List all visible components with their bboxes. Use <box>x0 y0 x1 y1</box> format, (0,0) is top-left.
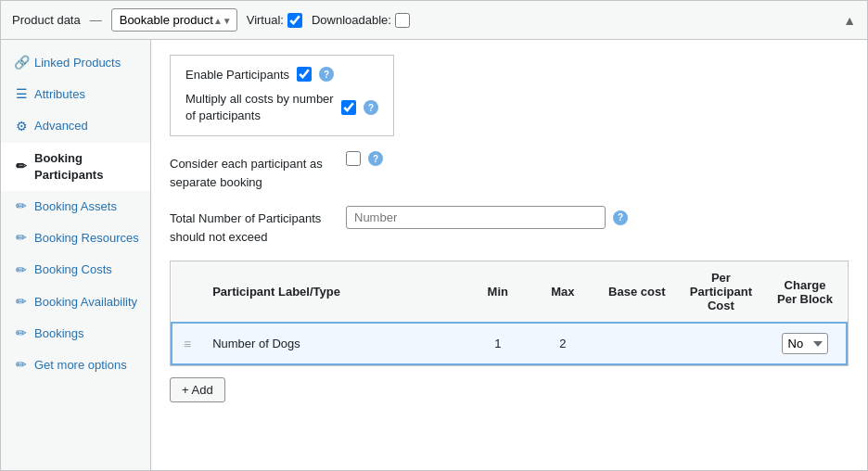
booking-resources-icon: ✏ <box>14 231 29 246</box>
main-content: Enable Participants ? Multiply all costs… <box>151 40 867 470</box>
row-min-cell: 1 <box>466 323 530 364</box>
booking-assets-icon: ✏ <box>14 199 29 214</box>
participants-options-box: Enable Participants ? Multiply all costs… <box>170 55 394 136</box>
table-row: ≡ Number of Dogs 1 2 <box>172 323 847 364</box>
col-base-cost: Base cost <box>595 261 679 323</box>
col-min: Min <box>466 261 530 323</box>
total-participants-input[interactable] <box>346 206 606 229</box>
col-per-participant-cost: Per Participant Cost <box>679 261 763 323</box>
enable-participants-help-icon[interactable]: ? <box>319 67 334 82</box>
consider-participant-control: ? <box>346 151 849 166</box>
attributes-icon: ☰ <box>14 87 29 102</box>
consider-participant-label: Consider each participant as separate bo… <box>170 151 337 191</box>
header-dash: — <box>90 13 102 27</box>
enable-participants-checkbox[interactable] <box>297 67 312 82</box>
collapse-button[interactable]: ▲ <box>843 13 856 28</box>
sidebar-item-advanced[interactable]: ⚙ Advanced <box>1 110 150 142</box>
table-header-row: Participant Label/Type Min Max Base cost… <box>172 261 847 323</box>
sidebar-item-booking-participants[interactable]: ✏ Booking Participants <box>1 143 150 191</box>
consider-participant-help-icon[interactable]: ? <box>368 151 383 166</box>
virtual-label[interactable]: Virtual: <box>247 13 302 28</box>
sidebar-item-booking-assets[interactable]: ✏ Booking Assets <box>1 191 150 223</box>
total-participants-help-icon[interactable]: ? <box>613 210 628 225</box>
booking-availability-icon: ✏ <box>14 295 29 310</box>
multiply-costs-row: Multiply all costs by number of particip… <box>185 91 378 124</box>
multiply-costs-label: Multiply all costs by number of particip… <box>185 91 334 124</box>
advanced-icon: ⚙ <box>14 119 29 134</box>
sidebar-item-booking-availability[interactable]: ✏ Booking Availability <box>1 286 150 318</box>
downloadable-checkbox[interactable] <box>395 13 410 28</box>
sidebar-item-bookings[interactable]: ✏ Bookings <box>1 318 150 350</box>
total-participants-label: Total Number of Participants should not … <box>170 206 337 246</box>
enable-participants-label: Enable Participants <box>185 68 289 82</box>
row-base-cost-cell <box>595 323 679 364</box>
consider-participant-checkbox[interactable] <box>346 151 361 166</box>
participants-table-wrapper: Participant Label/Type Min Max Base cost… <box>170 261 849 366</box>
sidebar-item-booking-costs[interactable]: ✏ Booking Costs <box>1 254 150 286</box>
product-type-select[interactable]: Bookable product <box>111 8 237 32</box>
downloadable-label[interactable]: Downloadable: <box>312 13 410 28</box>
multiply-costs-checkbox[interactable] <box>341 100 356 115</box>
product-data-header: Product data — Bookable product ▲▼ Virtu… <box>1 1 867 40</box>
row-charge-per-block-cell[interactable]: No Yes <box>763 323 847 364</box>
row-participant-label-cell: Number of Dogs <box>201 323 466 364</box>
drag-handle-icon[interactable]: ≡ <box>184 337 190 351</box>
col-participant-label: Participant Label/Type <box>201 261 466 323</box>
sidebar: 🔗 Linked Products ☰ Attributes ⚙ Advance… <box>1 40 151 470</box>
product-type-select-wrapper[interactable]: Bookable product ▲▼ <box>111 8 237 32</box>
bookings-icon: ✏ <box>14 326 29 341</box>
row-max-cell: 2 <box>530 323 595 364</box>
virtual-checkbox[interactable] <box>287 13 302 28</box>
col-charge-per-block: Charge Per Block <box>763 261 847 323</box>
sidebar-item-linked-products[interactable]: 🔗 Linked Products <box>1 47 150 79</box>
row-max: 2 <box>559 337 566 350</box>
row-min: 1 <box>494 337 501 350</box>
sidebar-item-get-more-options[interactable]: ✏ Get more options <box>1 350 150 381</box>
enable-participants-row: Enable Participants ? <box>185 67 378 82</box>
participants-table: Participant Label/Type Min Max Base cost… <box>171 261 848 365</box>
col-max: Max <box>530 261 595 323</box>
total-participants-row: Total Number of Participants should not … <box>170 206 849 246</box>
col-drag <box>172 261 201 323</box>
sidebar-item-booking-resources[interactable]: ✏ Booking Resources <box>1 223 150 254</box>
linked-products-icon: 🔗 <box>14 56 29 70</box>
consider-participant-row: Consider each participant as separate bo… <box>170 151 849 191</box>
product-data-title: Product data <box>12 13 81 27</box>
sidebar-item-attributes[interactable]: ☰ Attributes <box>1 79 150 110</box>
charge-per-block-select[interactable]: No Yes <box>782 333 828 354</box>
multiply-costs-help-icon[interactable]: ? <box>364 100 378 115</box>
booking-participants-icon: ✏ <box>14 159 29 174</box>
row-per-participant-cost-cell <box>679 323 763 364</box>
get-more-options-icon: ✏ <box>14 358 29 373</box>
row-drag-handle-cell[interactable]: ≡ <box>172 323 201 364</box>
total-participants-control: ? <box>346 206 849 229</box>
row-participant-label: Number of Dogs <box>212 337 300 350</box>
product-data-body: 🔗 Linked Products ☰ Attributes ⚙ Advance… <box>1 40 867 470</box>
booking-costs-icon: ✏ <box>14 262 29 277</box>
add-button[interactable]: + Add <box>170 377 225 402</box>
